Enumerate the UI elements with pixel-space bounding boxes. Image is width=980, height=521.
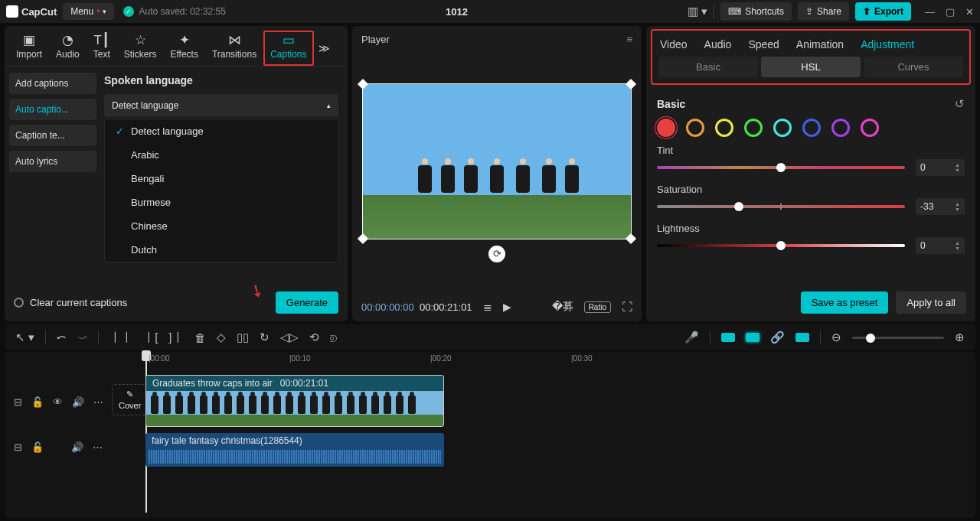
loop-icon[interactable]: ↻ — [260, 331, 270, 344]
tab-import[interactable]: ▣Import — [9, 31, 49, 66]
tab-captions[interactable]: ▭Captions — [263, 31, 313, 66]
subtab-curves[interactable]: Curves — [864, 57, 963, 77]
tab-audio-r[interactable]: Audio — [704, 38, 732, 50]
sidebar-caption-templates[interactable]: Caption te... — [9, 125, 96, 146]
volume-icon[interactable]: 🔊 — [72, 396, 84, 408]
clear-captions-checkbox[interactable]: Clear current captions — [14, 297, 127, 308]
link-icon[interactable]: 🔗 — [770, 331, 785, 344]
sidebar-add-captions[interactable]: Add captions — [9, 73, 96, 94]
tab-adjustment[interactable]: Adjustment — [861, 38, 914, 50]
lightness-value-input[interactable]: 0▲▼ — [916, 237, 965, 254]
resize-handle[interactable] — [626, 78, 636, 89]
subtab-basic[interactable]: Basic — [658, 57, 758, 77]
saturation-slider[interactable] — [657, 205, 905, 208]
save-preset-button[interactable]: Save as preset — [801, 291, 889, 314]
zoom-slider[interactable] — [852, 337, 944, 339]
tab-text[interactable]: T┃Text — [87, 31, 117, 66]
sidebar-auto-captions[interactable]: Auto captio... — [9, 99, 96, 120]
tab-stickers[interactable]: ☆Stickers — [117, 31, 164, 66]
video-clip[interactable]: Graduates throw caps into air00:00:21:01 — [145, 375, 444, 427]
color-purple[interactable] — [831, 119, 850, 137]
language-option[interactable]: Burmese — [105, 190, 338, 214]
tab-speed[interactable]: Speed — [748, 38, 779, 50]
mirror-icon[interactable]: ◁▷ — [280, 331, 299, 344]
window-close-icon[interactable]: ✕ — [965, 6, 974, 18]
cursor-icon[interactable]: ↖ ▾ — [15, 331, 34, 344]
color-blue[interactable] — [802, 119, 821, 137]
play-icon[interactable]: ▶ — [503, 301, 511, 313]
trim-left-icon[interactable]: 〡[ — [143, 331, 158, 345]
saturation-value-input[interactable]: -33▲▼ — [916, 198, 965, 215]
language-dropdown[interactable]: Detect language ▴ — [104, 94, 338, 117]
color-green[interactable] — [744, 119, 763, 137]
tab-video[interactable]: Video — [660, 38, 688, 50]
crop-icon[interactable]: ⟄ — [330, 331, 337, 344]
more-icon[interactable]: ⋯ — [93, 441, 103, 453]
player-menu-icon[interactable]: ≡ — [626, 34, 632, 45]
tab-animation[interactable]: Animation — [796, 38, 844, 50]
tab-transitions[interactable]: ⋈Transitions — [205, 31, 263, 66]
menu-button[interactable]: Menu•▾ — [63, 3, 114, 20]
subtab-hsl[interactable]: HSL — [761, 57, 861, 77]
trim-right-icon[interactable]: ]〡 — [168, 331, 183, 345]
window-minimize-icon[interactable]: — — [925, 6, 935, 18]
resize-handle[interactable] — [626, 233, 636, 243]
list-icon[interactable]: ≣ — [483, 301, 492, 313]
focus-icon[interactable]: �募 — [552, 300, 573, 314]
sync-icon[interactable]: ⟳ — [488, 246, 505, 262]
fullscreen-icon[interactable]: ⛶ — [622, 301, 632, 313]
redo-icon[interactable]: ⤻ — [77, 331, 87, 344]
zoom-in-icon[interactable]: ⊕ — [955, 331, 965, 344]
shortcuts-button[interactable]: ⌨Shortcuts — [720, 2, 792, 21]
resize-handle[interactable] — [358, 233, 368, 243]
language-option[interactable]: Bengali — [105, 167, 338, 190]
resize-handle[interactable] — [358, 78, 368, 89]
reset-icon[interactable]: ↺ — [955, 97, 965, 111]
color-cyan[interactable] — [773, 119, 792, 137]
lock-icon[interactable]: 🔓 — [31, 396, 44, 408]
group-icon[interactable]: ▯▯ — [237, 331, 249, 344]
tab-audio[interactable]: ◔Audio — [49, 31, 87, 66]
share-button[interactable]: ⇪Share — [798, 2, 849, 21]
split-icon[interactable]: 〡〡 — [109, 331, 132, 345]
undo-icon[interactable]: ⤺ — [57, 331, 67, 344]
eye-icon[interactable]: 👁 — [53, 396, 63, 408]
track-toggle-icon[interactable]: ⊟ — [14, 441, 22, 453]
tint-slider[interactable] — [657, 166, 905, 169]
video-preview[interactable] — [362, 83, 632, 239]
language-option[interactable]: Chinese — [105, 214, 338, 238]
audio-clip[interactable]: fairy tale fantasy christmas(1286544) — [145, 433, 444, 467]
color-orange[interactable] — [686, 119, 704, 137]
lock-icon[interactable]: 🔓 — [31, 441, 44, 453]
tab-effects[interactable]: ✦Effects — [163, 31, 204, 66]
tabs-more-icon[interactable]: ≫ — [314, 36, 335, 60]
cover-button[interactable]: ✎ Cover — [112, 384, 148, 415]
magnet-toggle[interactable] — [746, 333, 760, 342]
time-ruler[interactable]: |00:00 |00:10 |00:20 |00:30 — [112, 352, 975, 369]
volume-icon[interactable]: 🔊 — [71, 441, 83, 453]
align-toggle[interactable] — [795, 333, 809, 342]
apply-all-button[interactable]: Apply to all — [896, 291, 966, 314]
generate-button[interactable]: Generate — [276, 291, 338, 314]
lightness-slider[interactable] — [657, 244, 905, 247]
language-option[interactable]: Dutch — [105, 238, 338, 262]
delete-icon[interactable]: 🗑 — [194, 331, 206, 344]
layout-icon[interactable]: ▥ ▾ — [688, 5, 707, 18]
more-icon[interactable]: ⋯ — [93, 396, 103, 408]
ratio-button[interactable]: Ratio — [584, 301, 611, 313]
marker-icon[interactable]: ◇ — [217, 331, 226, 344]
language-option[interactable]: Arabic — [105, 143, 338, 167]
mic-icon[interactable]: 🎤 — [684, 331, 699, 344]
track-toggle-icon[interactable]: ⊟ — [14, 396, 22, 408]
color-magenta[interactable] — [861, 119, 879, 137]
color-red[interactable] — [657, 119, 675, 137]
tint-value-input[interactable]: 0▲▼ — [916, 159, 965, 176]
sidebar-auto-lyrics[interactable]: Auto lyrics — [9, 151, 96, 172]
color-yellow[interactable] — [715, 119, 733, 137]
language-option[interactable]: Detect language — [105, 119, 338, 143]
zoom-out-icon[interactable]: ⊖ — [831, 331, 841, 344]
window-maximize-icon[interactable]: ▢ — [946, 6, 955, 18]
snap-toggle[interactable] — [721, 333, 735, 342]
rotate-icon[interactable]: ⟲ — [309, 331, 319, 344]
export-button[interactable]: ⬆Export — [855, 2, 911, 21]
